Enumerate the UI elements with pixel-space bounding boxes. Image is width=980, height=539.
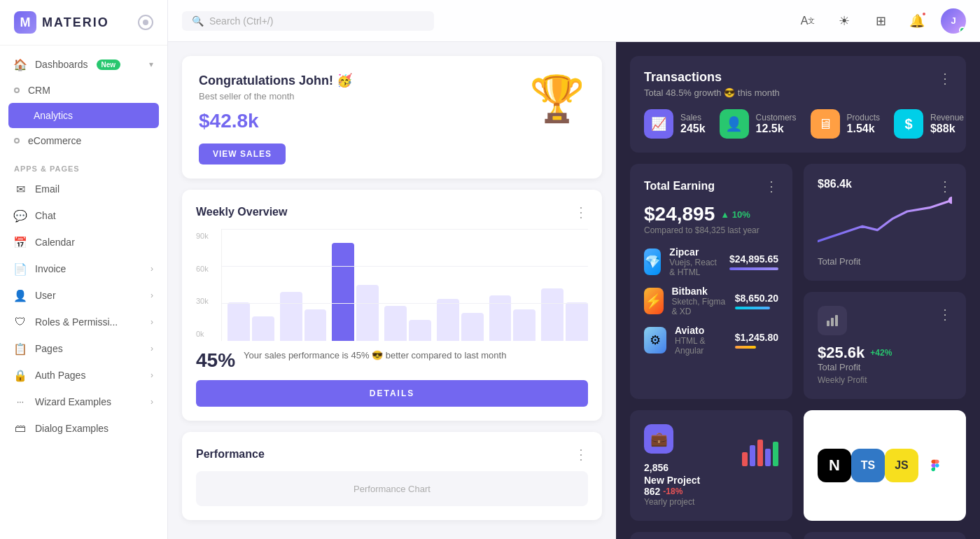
roles-chevron: › bbox=[150, 317, 153, 327]
sidebar-item-chat[interactable]: 💬 Chat bbox=[0, 202, 167, 229]
zipcar-amount: $24,895.65 bbox=[729, 253, 778, 265]
sidebar-item-crm[interactable]: CRM bbox=[0, 78, 167, 103]
aviato-progress bbox=[735, 346, 756, 349]
tx-menu[interactable]: ⋮ bbox=[938, 70, 952, 87]
sidebar-item-ecommerce[interactable]: eCommerce bbox=[0, 128, 167, 153]
tx-stats: 📈 Sales 245k 👤 Customers 12. bbox=[644, 109, 952, 139]
np-change: -18% bbox=[663, 486, 682, 496]
search-bar[interactable]: 🔍 Search (Ctrl+/) bbox=[182, 11, 434, 31]
mini-bar-5 bbox=[773, 442, 778, 466]
tech-logos-card: N TS JS bbox=[804, 410, 966, 521]
earning-change: ▲ 10% bbox=[720, 209, 750, 220]
right-panel: Transactions Total 48.5% growth 😎 this m… bbox=[616, 42, 980, 539]
earning-item-bitbank: ⚡ Bitbank Sketch, Figma & XD $8,650.20 bbox=[644, 286, 778, 316]
earning-amount-value: $24,895 bbox=[644, 203, 715, 225]
bar-4a bbox=[384, 306, 407, 341]
wp-menu[interactable]: ⋮ bbox=[938, 306, 952, 323]
invoice-icon: 📄 bbox=[14, 262, 27, 275]
roles-label: Roles & Permissi... bbox=[35, 316, 118, 328]
grid-button[interactable]: ⊞ bbox=[868, 8, 893, 34]
weekly-profit-card: ⋮ $25.6k +42% Total Profit Weekly Profit bbox=[804, 292, 966, 399]
np-period: Yearly project bbox=[644, 497, 700, 507]
user-avatar[interactable]: J bbox=[941, 8, 966, 34]
weekly-menu[interactable]: ⋮ bbox=[574, 204, 588, 220]
products-label: Products bbox=[847, 113, 880, 122]
weekly-percentage: 45% bbox=[196, 349, 235, 372]
bar-chart-icon bbox=[825, 314, 839, 328]
performance-menu[interactable]: ⋮ bbox=[574, 446, 588, 463]
revenue-icon-box: $ bbox=[894, 109, 923, 139]
tx-stat-customers-info: Customers 12.5k bbox=[756, 113, 797, 135]
weekly-footer: 45% Your sales performance is 45% 😎 bett… bbox=[196, 349, 588, 372]
sidebar-item-dashboards[interactable]: 🏠 Dashboards New ▾ bbox=[0, 51, 167, 78]
translate-button[interactable]: A 文 bbox=[795, 8, 820, 34]
sidebar-item-wizard[interactable]: ··· Wizard Examples › bbox=[0, 388, 167, 415]
tx-header: Transactions Total 48.5% growth 😎 this m… bbox=[644, 70, 952, 109]
sidebar-item-calendar[interactable]: 📅 Calendar bbox=[0, 229, 167, 255]
view-sales-button[interactable]: VIEW SALES bbox=[199, 144, 286, 164]
details-button[interactable]: DETAILS bbox=[196, 380, 588, 407]
notification-dot bbox=[921, 11, 927, 17]
email-icon: ✉ bbox=[14, 183, 27, 195]
sidebar-item-user[interactable]: 👤 User › bbox=[0, 282, 167, 309]
products-value: 1.54k bbox=[847, 122, 880, 135]
performance-header: Performance ⋮ bbox=[196, 446, 588, 463]
bottom-row: 💼 2,856 New Project 862 -18% Ye bbox=[630, 410, 966, 521]
mini-bar-1 bbox=[742, 452, 748, 466]
user-label: User bbox=[35, 290, 56, 301]
tx-stat-products: 🖥 Products 1.54k bbox=[811, 109, 880, 139]
left-panel: Congratulations John! 🥳 Best seller of t… bbox=[168, 42, 616, 539]
zipcar-tech: Vuejs, React & HTML bbox=[669, 258, 721, 277]
sidebar-item-analytics[interactable]: Analytics bbox=[8, 103, 159, 128]
congrats-subtitle: Best seller of the month bbox=[199, 91, 352, 102]
congrats-content: Congratulations John! 🥳 Best seller of t… bbox=[199, 73, 352, 164]
congrats-amount: $42.8k bbox=[199, 110, 352, 132]
figma-logo bbox=[918, 449, 952, 482]
mini-bar-4 bbox=[765, 449, 771, 466]
online-indicator bbox=[959, 27, 966, 34]
profit-menu[interactable]: ⋮ bbox=[938, 178, 952, 195]
sidebar-item-pages[interactable]: 📋 Pages › bbox=[0, 335, 167, 362]
aviato-logo: ⚙ bbox=[644, 327, 666, 354]
profit-card-header: $86.4k ⋮ bbox=[818, 178, 952, 195]
briefcase-icon: 💼 bbox=[644, 424, 673, 454]
ecommerce-label: eCommerce bbox=[28, 135, 81, 146]
dw-row: Deposit View All Withdraw View All bbox=[630, 532, 966, 539]
sidebar-item-invoice[interactable]: 📄 Invoice › bbox=[0, 255, 167, 282]
aviato-info: Aviato HTML & Angular bbox=[675, 325, 727, 356]
deposit-card: Deposit View All bbox=[630, 532, 792, 539]
bar-group-4 bbox=[384, 306, 431, 341]
earning-item-aviato: ⚙ Aviato HTML & Angular $1,245.80 bbox=[644, 325, 778, 356]
sidebar-item-email[interactable]: ✉ Email bbox=[0, 176, 167, 202]
tx-stat-sales: 📈 Sales 245k bbox=[644, 109, 706, 139]
earning-menu[interactable]: ⋮ bbox=[764, 178, 778, 195]
chat-icon: 💬 bbox=[14, 209, 27, 222]
analytics-dot bbox=[20, 113, 25, 118]
np-header: 💼 2,856 New Project 862 -18% Ye bbox=[644, 424, 778, 507]
earning-header: Total Earning ⋮ bbox=[644, 178, 778, 195]
sidebar-item-auth[interactable]: 🔒 Auth Pages › bbox=[0, 362, 167, 388]
auth-chevron: › bbox=[150, 370, 153, 380]
theme-button[interactable]: ☀ bbox=[832, 8, 857, 34]
sidebar-item-roles[interactable]: 🛡 Roles & Permissi... › bbox=[0, 309, 167, 335]
congrats-card: Congratulations John! 🥳 Best seller of t… bbox=[182, 56, 602, 178]
sidebar-item-dialog[interactable]: 🗃 Dialog Examples bbox=[0, 415, 167, 442]
main-area: 🔍 Search (Ctrl+/) A 文 ☀ ⊞ 🔔 J bbox=[168, 0, 980, 539]
aviato-amount: $1,245.80 bbox=[735, 332, 778, 343]
svg-rect-1 bbox=[827, 321, 830, 326]
wizard-chevron: › bbox=[150, 397, 153, 407]
record-button[interactable] bbox=[138, 15, 153, 30]
np-count: 862 bbox=[644, 486, 660, 497]
chevron-icon: ▾ bbox=[149, 59, 153, 69]
zipcar-info: Zipcar Vuejs, React & HTML bbox=[669, 246, 721, 277]
wp-change: +42% bbox=[870, 348, 892, 358]
np-bars bbox=[742, 424, 778, 466]
app-name: MATERIO bbox=[42, 15, 109, 30]
dialog-icon: 🗃 bbox=[14, 422, 27, 435]
aviato-amount-right: $1,245.80 bbox=[735, 332, 778, 349]
tx-stat-revenue: $ Revenue $88k bbox=[894, 109, 964, 139]
notification-button[interactable]: 🔔 bbox=[904, 8, 930, 34]
bar-5a bbox=[437, 299, 459, 341]
revenue-label: Revenue bbox=[930, 113, 964, 122]
pages-label: Pages bbox=[35, 343, 63, 354]
